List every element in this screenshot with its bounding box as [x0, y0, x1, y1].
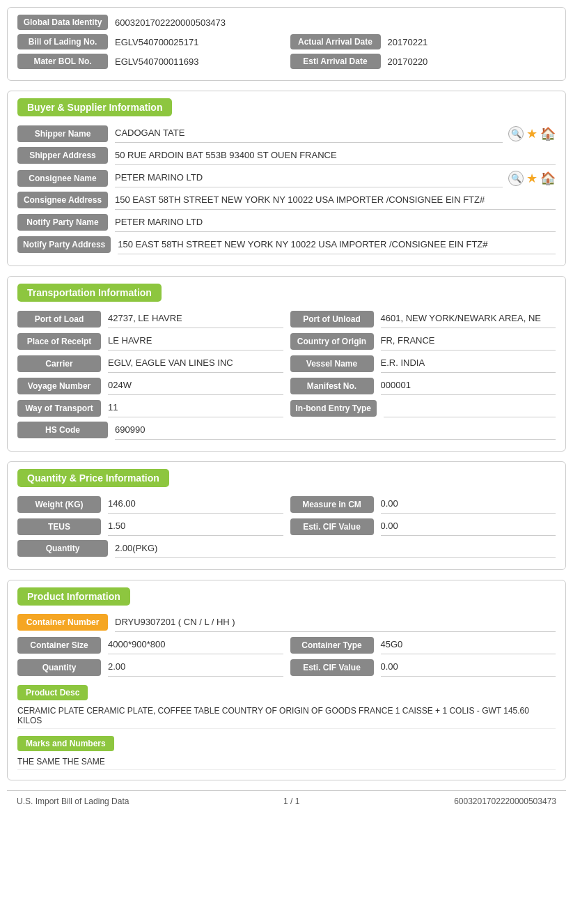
transportation-title: Transportation Information — [17, 284, 162, 302]
country-of-origin-label: Country of Origin — [290, 333, 374, 350]
weight-kg-label: Weight (KG) — [17, 496, 101, 513]
esti-cif-value-value: 0.00 — [381, 518, 556, 536]
hs-code-label: HS Code — [17, 422, 108, 438]
consignee-star-icon[interactable]: ★ — [526, 171, 537, 186]
carrier-value: EGLV, EAGLE VAN LINES INC — [108, 355, 283, 373]
consignee-home-icon[interactable]: 🏠 — [540, 171, 556, 186]
container-size-label: Container Size — [17, 637, 101, 654]
product-cif-half: Esti. CIF Value 0.00 — [290, 659, 556, 677]
esti-cif-half: Esti. CIF Value 0.00 — [290, 518, 556, 536]
product-esti-cif-value: 0.00 — [381, 659, 556, 677]
weight-kg-value: 146.00 — [108, 495, 283, 514]
notify-party-name-row: Notify Party Name PETER MARINO LTD — [17, 214, 556, 232]
measure-in-cm-label: Measure in CM — [290, 496, 374, 513]
way-transport-inbond-row: Way of Transport 11 In-bond Entry Type — [17, 399, 556, 417]
footer-left: U.S. Import Bill of Lading Data — [17, 796, 129, 806]
carrier-half: Carrier EGLV, EAGLE VAN LINES INC — [17, 355, 283, 373]
consignee-search-icon[interactable]: 🔍 — [508, 171, 524, 186]
actual-arrival-half: Actual Arrival Date 20170221 — [290, 34, 556, 49]
product-quantity-label: Quantity — [17, 659, 101, 676]
footer: U.S. Import Bill of Lading Data 1 / 1 60… — [7, 790, 566, 812]
way-transport-half: Way of Transport 11 — [17, 399, 283, 417]
mater-bol-label: Mater BOL No. — [17, 54, 108, 69]
esti-arrival-half: Esti Arrival Date 20170220 — [290, 54, 556, 69]
marks-numbers-section: Marks and Numbers THE SAME THE SAME — [17, 732, 556, 770]
hs-code-row: HS Code 690990 — [17, 422, 556, 440]
mater-bol-value: EGLV540700011693 — [115, 56, 198, 67]
shipper-star-icon[interactable]: ★ — [526, 126, 537, 141]
container-number-label: Container Number — [17, 614, 108, 631]
manifest-no-value: 000001 — [381, 377, 556, 395]
measure-in-cm-value: 0.00 — [381, 495, 556, 514]
container-size-half: Container Size 4000*900*800 — [17, 636, 283, 654]
notify-party-name-value: PETER MARINO LTD — [115, 214, 556, 232]
buyer-supplier-title: Buyer & Supplier Information — [17, 98, 172, 116]
container-type-label: Container Type — [290, 637, 374, 654]
manifest-no-label: Manifest No. — [290, 378, 374, 394]
shipper-address-value: 50 RUE ARDOIN BAT 553B 93400 ST OUEN FRA… — [115, 147, 556, 165]
shipper-icons: 🔍 ★ 🏠 — [508, 126, 556, 141]
shipper-name-label: Shipper Name — [17, 125, 108, 142]
consignee-address-row: Consignee Address 150 EAST 58TH STREET N… — [17, 192, 556, 210]
global-data-identity-label: Global Data Identity — [17, 15, 108, 30]
place-of-receipt-label: Place of Receipt — [17, 333, 101, 350]
vessel-name-value: E.R. INDIA — [381, 355, 556, 373]
carrier-label: Carrier — [17, 355, 101, 372]
vessel-name-half: Vessel Name E.R. INDIA — [290, 355, 556, 373]
container-number-row: Container Number DRYU9307201 ( CN / L / … — [17, 614, 556, 632]
port-load-half: Port of Load 42737, LE HAVRE — [17, 310, 283, 328]
voyage-manifest-row: Voyage Number 024W Manifest No. 000001 — [17, 377, 556, 395]
marks-and-numbers-value: THE SAME THE SAME — [17, 754, 556, 770]
transportation-section: Transportation Information Port of Load … — [7, 276, 566, 452]
quantity-price-section: Quantity & Price Information Weight (KG)… — [7, 461, 566, 570]
mater-bol-half: Mater BOL No. EGLV540700011693 — [17, 54, 283, 69]
port-load-unload-row: Port of Load 42737, LE HAVRE Port of Unl… — [17, 310, 556, 328]
page: Global Data Identity 6003201702220000503… — [0, 0, 573, 924]
footer-right: 6003201702220000503473 — [454, 796, 556, 806]
notify-party-address-value: 150 EAST 58TH STREET NEW YORK NY 10022 U… — [118, 236, 556, 254]
product-qty-half: Quantity 2.00 — [17, 659, 283, 677]
way-of-transport-value: 11 — [108, 399, 283, 417]
notify-party-address-label: Notify Party Address — [17, 236, 111, 253]
in-bond-entry-type-value — [384, 399, 556, 417]
place-of-receipt-value: LE HAVRE — [108, 332, 283, 351]
shipper-address-label: Shipper Address — [17, 147, 108, 164]
container-number-value: DRYU9307201 ( CN / L / HH ) — [115, 614, 556, 632]
product-esti-cif-label: Esti. CIF Value — [290, 659, 374, 676]
carrier-vessel-row: Carrier EGLV, EAGLE VAN LINES INC Vessel… — [17, 355, 556, 373]
product-title: Product Information — [17, 587, 130, 606]
notify-party-address-row: Notify Party Address 150 EAST 58TH STREE… — [17, 236, 556, 254]
product-desc-section: Product Desc CERAMIC PLATE CERAMIC PLATE… — [17, 681, 556, 729]
actual-arrival-date-label: Actual Arrival Date — [290, 34, 381, 49]
mater-bol-row: Mater BOL No. EGLV540700011693 Esti Arri… — [17, 54, 556, 69]
product-section: Product Information Container Number DRY… — [7, 580, 566, 780]
header-card: Global Data Identity 6003201702220000503… — [7, 7, 566, 81]
teus-half: TEUS 1.50 — [17, 518, 283, 536]
container-size-type-row: Container Size 4000*900*800 Container Ty… — [17, 636, 556, 654]
bol-half: Bill of Lading No. EGLV540700025171 — [17, 34, 283, 49]
quantity-price-title: Quantity & Price Information — [17, 469, 169, 487]
product-desc-label: Product Desc — [17, 685, 88, 700]
quantity-value: 2.00(PKG) — [115, 540, 556, 558]
shipper-home-icon[interactable]: 🏠 — [540, 126, 556, 141]
teus-value: 1.50 — [108, 518, 283, 536]
esti-arrival-date-value: 20170220 — [388, 56, 428, 67]
consignee-name-row: Consignee Name PETER MARINO LTD 🔍 ★ 🏠 — [17, 169, 556, 187]
country-of-origin-value: FR, FRANCE — [381, 332, 556, 351]
hs-code-value: 690990 — [115, 422, 556, 440]
shipper-name-value: CADOGAN TATE — [115, 125, 503, 143]
consignee-address-value: 150 EAST 58TH STREET NEW YORK NY 10022 U… — [115, 192, 556, 210]
place-country-row: Place of Receipt LE HAVRE Country of Ori… — [17, 332, 556, 351]
weight-half: Weight (KG) 146.00 — [17, 495, 283, 514]
weight-measure-row: Weight (KG) 146.00 Measure in CM 0.00 — [17, 495, 556, 514]
consignee-name-value: PETER MARINO LTD — [115, 169, 503, 187]
port-unload-half: Port of Unload 4601, NEW YORK/NEWARK ARE… — [290, 310, 556, 328]
voyage-half: Voyage Number 024W — [17, 377, 283, 395]
quantity-row: Quantity 2.00(PKG) — [17, 540, 556, 558]
shipper-search-icon[interactable]: 🔍 — [508, 126, 524, 141]
port-of-load-label: Port of Load — [17, 311, 101, 328]
bill-of-lading-label: Bill of Lading No. — [17, 34, 108, 49]
container-type-half: Container Type 45G0 — [290, 636, 556, 654]
teus-label: TEUS — [17, 518, 101, 535]
product-qty-cif-row: Quantity 2.00 Esti. CIF Value 0.00 — [17, 659, 556, 677]
